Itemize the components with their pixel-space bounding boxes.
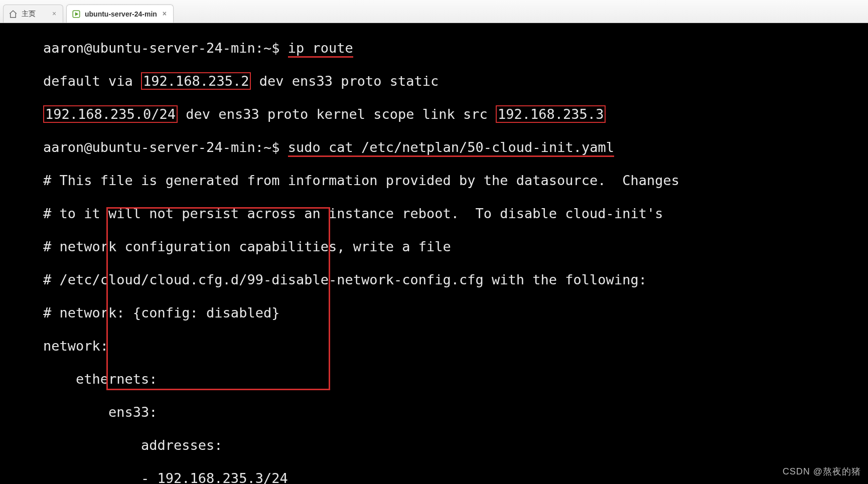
vm-power-icon bbox=[72, 10, 81, 19]
terminal-line: 192.168.235.0/24 dev ens33 proto kernel … bbox=[0, 106, 868, 122]
terminal-content: aaron@ubuntu-server-24-min:~$ ip route d… bbox=[0, 23, 868, 484]
cmd-cat-netplan: sudo cat /etc/netplan/50-cloud-init.yaml bbox=[288, 139, 614, 157]
close-icon[interactable]: × bbox=[51, 11, 58, 18]
terminal-line: - 192.168.235.3/24 bbox=[0, 470, 868, 484]
svg-marker-1 bbox=[75, 12, 79, 16]
terminal-line: # This file is generated from informatio… bbox=[0, 172, 868, 189]
terminal-line: addresses: bbox=[0, 437, 868, 453]
src-ip: 192.168.235.3 bbox=[496, 105, 606, 123]
home-icon bbox=[9, 10, 18, 19]
watermark: CSDN @熬夜的猪 bbox=[783, 463, 861, 480]
terminal-line: aaron@ubuntu-server-24-min:~$ ip route bbox=[0, 40, 868, 56]
terminal-line: # /etc/cloud/cloud.cfg.d/99-disable-netw… bbox=[0, 271, 868, 288]
terminal[interactable]: aaron@ubuntu-server-24-min:~$ ip route d… bbox=[0, 23, 868, 484]
network-cidr: 192.168.235.0/24 bbox=[43, 105, 178, 123]
close-icon[interactable]: × bbox=[161, 11, 168, 18]
tab-home[interactable]: 主页 × bbox=[3, 5, 63, 23]
tab-vm-label: ubuntu-server-24-min bbox=[85, 10, 157, 18]
terminal-line: aaron@ubuntu-server-24-min:~$ sudo cat /… bbox=[0, 139, 868, 155]
terminal-line: # network configuration capabilities, wr… bbox=[0, 238, 868, 255]
terminal-line: default via 192.168.235.2 dev ens33 prot… bbox=[0, 73, 868, 89]
cmd-ip-route: ip route bbox=[288, 40, 353, 58]
gateway-ip: 192.168.235.2 bbox=[141, 72, 251, 90]
tab-bar: 主页 × ubuntu-server-24-min × bbox=[0, 0, 868, 23]
terminal-line: ethernets: bbox=[0, 371, 868, 387]
terminal-line: network: bbox=[0, 338, 868, 354]
terminal-line: # network: {config: disabled} bbox=[0, 304, 868, 321]
tab-home-label: 主页 bbox=[22, 10, 47, 19]
terminal-line: # to it will not persist across an insta… bbox=[0, 205, 868, 222]
terminal-line: ens33: bbox=[0, 404, 868, 420]
tab-vm[interactable]: ubuntu-server-24-min × bbox=[66, 5, 174, 23]
